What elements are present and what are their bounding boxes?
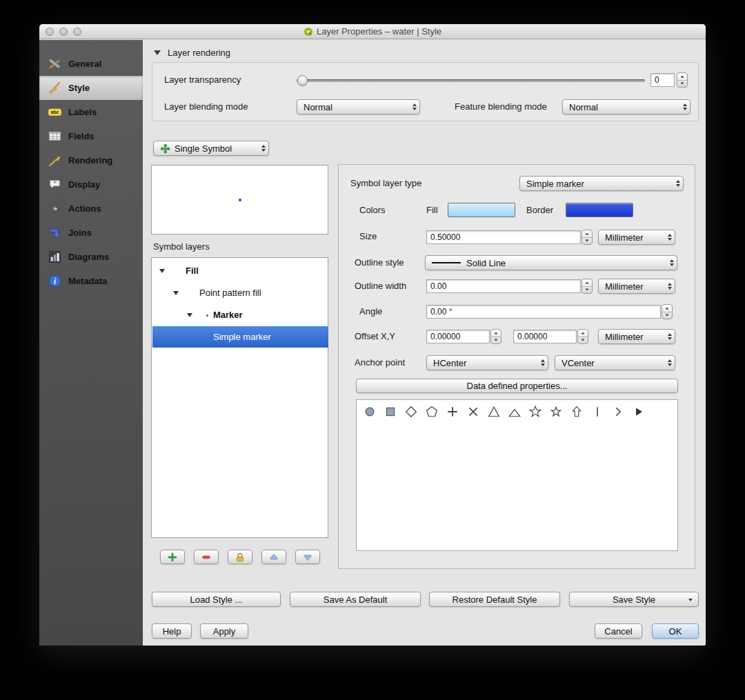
stepper-down-button[interactable] (677, 81, 687, 88)
marker-plus-icon[interactable] (446, 406, 459, 418)
fill-color-swatch[interactable] (448, 203, 515, 217)
lock-layer-button[interactable] (228, 550, 252, 564)
outline-width-stepper[interactable] (582, 279, 593, 294)
marker-diamond-icon[interactable] (405, 406, 417, 418)
marker-star-icon[interactable] (529, 406, 542, 418)
marker-cross-icon[interactable] (467, 406, 479, 418)
remove-symbol-layer-button[interactable] (194, 550, 219, 564)
stepper-up-button[interactable] (582, 230, 592, 238)
slider-handle[interactable] (297, 75, 308, 86)
layer-rendering-disclosure-icon[interactable] (154, 50, 161, 55)
offset-y-stepper[interactable] (577, 329, 588, 344)
tree-item-marker[interactable]: Marker (152, 304, 328, 326)
expander-icon[interactable] (173, 291, 179, 295)
anchor-v-select[interactable]: VCenter (555, 355, 675, 370)
anchor-h-select[interactable]: HCenter (426, 355, 548, 370)
tree-item-fill[interactable]: Fill (152, 260, 328, 281)
sidebar-item-rendering[interactable]: Rendering (39, 148, 143, 172)
actions-icon (48, 201, 62, 216)
marker-arrow-up-icon[interactable] (570, 406, 583, 418)
tree-item-point-pattern-fill[interactable]: Point pattern fill (152, 282, 328, 303)
help-button[interactable]: Help (152, 623, 192, 639)
offset-x-field[interactable]: 0.00000 (426, 330, 490, 343)
ok-button[interactable]: OK (652, 623, 699, 639)
size-unit-select[interactable]: Millimeter (598, 230, 675, 245)
tree-item-simple-marker[interactable]: Simple marker (152, 326, 328, 348)
title-bar[interactable]: Layer Properties – water | Style (39, 24, 706, 39)
stepper-up-button[interactable] (662, 305, 672, 312)
save-as-default-button[interactable]: Save As Default (290, 592, 421, 607)
sidebar-item-labels[interactable]: abc Labels (39, 100, 143, 124)
load-style-button[interactable]: Load Style ... (152, 592, 281, 607)
marker-star-outline-icon[interactable] (550, 406, 562, 418)
border-color-swatch[interactable] (566, 203, 633, 217)
sidebar-item-fields[interactable]: Fields (39, 124, 143, 148)
layer-blending-select[interactable]: Normal (297, 99, 420, 114)
zoom-button[interactable] (73, 28, 81, 36)
sidebar-item-diagrams[interactable]: Diagrams (39, 245, 143, 269)
svg-text:abc: abc (51, 110, 59, 114)
bullet-icon (206, 314, 208, 317)
size-stepper[interactable] (582, 230, 593, 245)
expander-icon[interactable] (159, 269, 165, 273)
move-layer-up-button[interactable] (261, 550, 286, 564)
outline-style-select[interactable]: Solid Line (425, 255, 677, 270)
feature-blending-select[interactable]: Normal (562, 99, 691, 114)
sidebar-item-metadata[interactable]: i Metadata (39, 269, 143, 293)
close-button[interactable] (46, 28, 54, 36)
outline-width-field[interactable]: 0.00 (426, 279, 581, 293)
save-style-button[interactable]: Save Style (569, 592, 699, 607)
angle-field[interactable]: 0.00 ° (426, 305, 661, 319)
minimize-button[interactable] (59, 28, 68, 36)
size-field[interactable]: 0.50000 (426, 230, 581, 244)
expander-icon[interactable] (187, 313, 192, 317)
select-value: Millimeter (605, 232, 644, 243)
angle-stepper[interactable] (662, 304, 673, 319)
lock-icon (234, 551, 246, 563)
button-label: Load Style ... (190, 594, 243, 605)
apply-button[interactable]: Apply (200, 623, 248, 639)
marker-arrowhead-right-icon[interactable] (633, 406, 645, 418)
add-symbol-layer-button[interactable] (160, 550, 185, 564)
stepper-down-button[interactable] (582, 287, 592, 294)
sidebar-item-label: Style (68, 83, 90, 93)
offset-x-stepper[interactable] (490, 329, 501, 344)
sidebar-item-general[interactable]: General (39, 52, 143, 76)
stepper-down-button[interactable] (578, 337, 588, 344)
stepper-up-button[interactable] (582, 279, 592, 287)
marker-triangle-icon[interactable] (488, 406, 500, 418)
stepper-down-button[interactable] (662, 312, 672, 319)
sidebar-item-joins[interactable]: Joins (39, 221, 143, 245)
outline-width-unit-select[interactable]: Millimeter (598, 279, 675, 294)
joins-icon (48, 226, 62, 240)
cancel-button[interactable]: Cancel (595, 623, 642, 639)
fill-label: Fill (426, 203, 438, 217)
marker-vertical-line-icon[interactable] (591, 406, 604, 418)
stepper-down-button[interactable] (491, 337, 501, 344)
stepper-up-button[interactable] (578, 330, 588, 337)
layer-transparency-slider[interactable] (297, 79, 645, 82)
renderer-select[interactable]: Single Symbol (153, 141, 269, 156)
select-arrows-icon (683, 103, 687, 110)
marker-square-icon[interactable] (384, 406, 397, 418)
marker-pentagon-icon[interactable] (426, 406, 438, 418)
sidebar-item-style[interactable]: Style (39, 76, 143, 100)
marker-circle-icon[interactable] (364, 406, 376, 418)
data-defined-properties-button[interactable]: Data defined properties... (356, 379, 678, 393)
marker-chevron-right-icon[interactable] (612, 406, 624, 418)
restore-default-style-button[interactable]: Restore Default Style (429, 592, 560, 607)
offset-y-field[interactable]: 0.00000 (513, 330, 577, 343)
offset-unit-select[interactable]: Millimeter (598, 329, 675, 344)
display-icon: ” (48, 177, 62, 192)
transparency-value-field[interactable]: 0 (650, 73, 675, 87)
sidebar-item-actions[interactable]: Actions (39, 197, 143, 221)
marker-triangle-flat-icon[interactable] (508, 406, 521, 418)
symbol-layer-type-select[interactable]: Simple marker (519, 176, 684, 191)
sidebar-item-display[interactable]: ” Display (39, 172, 143, 197)
stepper-down-button[interactable] (582, 238, 592, 245)
sidebar-item-label: Actions (68, 203, 101, 214)
transparency-stepper[interactable] (677, 72, 688, 88)
stepper-up-button[interactable] (677, 73, 687, 81)
move-layer-down-button[interactable] (295, 550, 320, 564)
stepper-up-button[interactable] (491, 330, 501, 337)
